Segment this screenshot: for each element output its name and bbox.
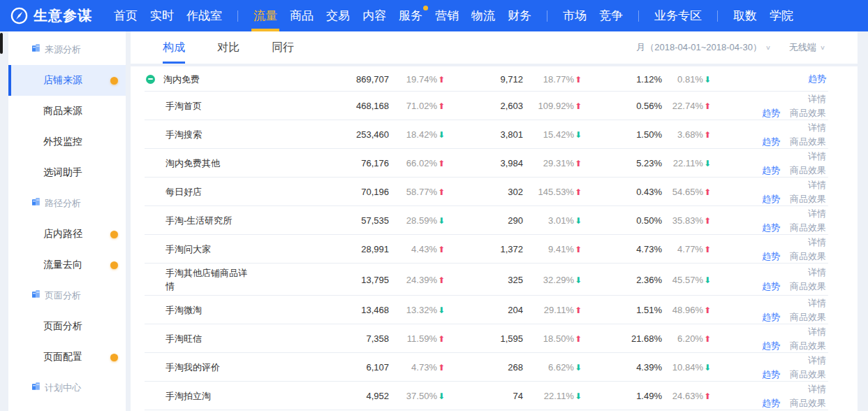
- buyers-cell-value: 74: [513, 391, 523, 401]
- visitors-change-cell-value: 66.02%: [406, 158, 437, 168]
- sidebar-item-店内路径[interactable]: 店内路径: [8, 219, 126, 250]
- terminal-select[interactable]: 无线端 ∨: [789, 41, 825, 54]
- down-arrow-icon: ⬇: [438, 216, 445, 226]
- nav-item-业务专区[interactable]: 业务专区: [648, 0, 708, 31]
- left-scrollbar-track[interactable]: [0, 31, 8, 411]
- product-effect-link[interactable]: 商品效果: [790, 136, 826, 147]
- source-name-cell: 淘内免费: [131, 73, 351, 86]
- row-actions-cell: 趋势: [716, 72, 858, 86]
- detail-link[interactable]: 详情: [808, 180, 826, 190]
- nav-item-市场[interactable]: 市场: [557, 0, 593, 31]
- product-effect-link[interactable]: 商品效果: [790, 108, 826, 118]
- tab-对比[interactable]: 对比: [217, 31, 240, 64]
- trend-link[interactable]: 趋势: [762, 222, 780, 233]
- source-name: 每日好店: [165, 185, 202, 199]
- visitors-cell-value: 7,358: [366, 333, 389, 344]
- sidebar-item-商品来源[interactable]: 商品来源: [8, 96, 126, 127]
- table-row: 手淘-生活研究所57,53528.59%⬇2903.01%⬇0.50%35.83…: [131, 206, 858, 235]
- tab-同行[interactable]: 同行: [272, 31, 294, 64]
- nav-item-实时[interactable]: 实时: [144, 0, 180, 31]
- nav-item-财务[interactable]: 财务: [501, 0, 538, 31]
- nav-item-商品[interactable]: 商品: [284, 0, 320, 31]
- up-arrow-icon: ⬆: [438, 187, 445, 197]
- product-effect-link[interactable]: 商品效果: [790, 251, 826, 261]
- nav-item-营销[interactable]: 营销: [429, 0, 465, 31]
- sidebar-item-外投监控[interactable]: 外投监控: [8, 127, 126, 157]
- conversion-cell-value: 1.51%: [636, 305, 662, 315]
- trend-link[interactable]: 趋势: [762, 194, 780, 204]
- trend-link[interactable]: 趋势: [762, 398, 780, 408]
- product-effect-link[interactable]: 商品效果: [790, 222, 826, 233]
- nav-item-交易[interactable]: 交易: [320, 0, 356, 31]
- nav-item-服务[interactable]: 服务: [392, 0, 429, 31]
- detail-link[interactable]: 详情: [808, 208, 826, 219]
- visitors-cell: 76,176: [351, 158, 389, 168]
- sidebar-section-路径分析: 路径分析: [8, 197, 81, 210]
- trend-link[interactable]: 趋势: [762, 281, 780, 291]
- detail-link[interactable]: 详情: [808, 122, 826, 133]
- trend-link[interactable]: 趋势: [808, 73, 826, 84]
- source-name: 手淘搜索: [165, 128, 202, 141]
- nav-item-取数[interactable]: 取数: [727, 0, 763, 31]
- visitors-cell-value: 70,196: [361, 187, 389, 197]
- detail-link[interactable]: 详情: [808, 94, 826, 104]
- trend-link[interactable]: 趋势: [762, 136, 780, 147]
- buyers-change-cell: 6.62%⬇: [529, 362, 587, 373]
- product-effect-link[interactable]: 商品效果: [790, 165, 826, 175]
- trend-link[interactable]: 趋势: [762, 108, 780, 118]
- detail-link[interactable]: 详情: [808, 237, 826, 247]
- product-effect-link[interactable]: 商品效果: [790, 281, 826, 291]
- visitors-change-cell-value: 24.39%: [406, 275, 437, 285]
- sidebar-item-店铺来源[interactable]: 店铺来源: [8, 65, 126, 96]
- product-effect-link[interactable]: 商品效果: [790, 340, 826, 351]
- date-range-select[interactable]: 月（2018-04-01~2018-04-30） ∨: [636, 41, 771, 54]
- detail-link[interactable]: 详情: [808, 384, 826, 394]
- conversion-cell: 21.68%: [587, 333, 668, 344]
- nav-item-学院[interactable]: 学院: [763, 0, 800, 31]
- trend-link[interactable]: 趋势: [762, 340, 780, 351]
- detail-link[interactable]: 详情: [808, 151, 826, 161]
- nav-item-作战室[interactable]: 作战室: [180, 0, 228, 31]
- sidebar-item-页面配置[interactable]: 页面配置: [8, 342, 126, 373]
- conversion-cell-value: 2.36%: [636, 275, 662, 285]
- nav-item-内容[interactable]: 内容: [356, 0, 392, 31]
- visitors-change-cell: 4.43%⬆: [389, 244, 450, 254]
- trend-link[interactable]: 趋势: [762, 369, 780, 380]
- sidebar-section-label: 来源分析: [45, 44, 81, 55]
- product-effect-link[interactable]: 商品效果: [790, 398, 826, 408]
- detail-link[interactable]: 详情: [808, 298, 826, 308]
- nav-item-label: 业务专区: [654, 8, 702, 24]
- product-effect-link[interactable]: 商品效果: [790, 194, 826, 204]
- tab-构成[interactable]: 构成: [163, 31, 185, 64]
- sidebar-item-选词助手[interactable]: 选词助手: [8, 157, 126, 188]
- conversion-cell: 0.56%: [587, 101, 668, 111]
- nav-item-物流[interactable]: 物流: [465, 0, 501, 31]
- buyers-cell: 3,801: [450, 129, 529, 140]
- actions-line: 趋势商品效果: [716, 339, 826, 353]
- conversion-change-cell-value: 6.20%: [677, 333, 703, 344]
- sidebar-item-流量去向[interactable]: 流量去向: [8, 250, 126, 280]
- nav-item-首页[interactable]: 首页: [108, 0, 144, 31]
- detail-link[interactable]: 详情: [808, 355, 826, 366]
- detail-link[interactable]: 详情: [808, 267, 826, 277]
- trend-link[interactable]: 趋势: [762, 312, 780, 322]
- trend-link[interactable]: 趋势: [762, 165, 780, 175]
- notification-dot-icon: [110, 77, 118, 85]
- conversion-change-cell: 22.74%⬆: [668, 101, 716, 111]
- trend-link[interactable]: 趋势: [762, 251, 780, 261]
- sidebar-item-页面分析[interactable]: 页面分析: [8, 311, 126, 342]
- conversion-cell-value: 0.56%: [636, 101, 662, 111]
- sidebar-item-运营计划[interactable]: 运营计划: [8, 403, 126, 411]
- left-scrollbar-thumb[interactable]: [0, 33, 3, 54]
- brand[interactable]: 生意参谋: [10, 6, 92, 25]
- buyers-cell: 268: [450, 362, 529, 373]
- conversion-cell: 1.50%: [587, 129, 668, 140]
- visitors-change-cell-value: 37.50%: [406, 391, 437, 401]
- collapse-icon[interactable]: [146, 75, 155, 84]
- source-name-cell: 手淘拍立淘: [131, 389, 351, 403]
- product-effect-link[interactable]: 商品效果: [790, 312, 826, 322]
- product-effect-link[interactable]: 商品效果: [790, 369, 826, 380]
- nav-item-流量[interactable]: 流量: [247, 0, 284, 31]
- nav-item-竞争[interactable]: 竞争: [593, 0, 629, 31]
- detail-link[interactable]: 详情: [808, 326, 826, 337]
